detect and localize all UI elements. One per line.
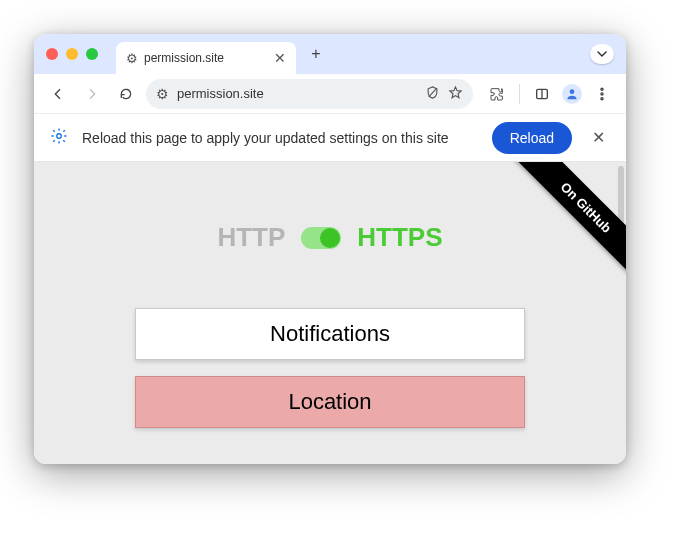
back-button[interactable] [44,80,72,108]
https-label: HTTPS [357,222,442,253]
http-label: HTTP [217,222,285,253]
address-bar[interactable]: ⚙ permission.site [146,79,473,109]
page-viewport: On GitHub HTTP HTTPS Notifications Locat… [34,162,626,464]
location-button[interactable]: Location [135,376,525,428]
puzzle-icon [489,86,505,102]
kebab-icon [594,86,610,102]
svg-point-5 [601,92,603,94]
fullscreen-window-button[interactable] [86,48,98,60]
infobar-message: Reload this page to apply your updated s… [82,130,478,146]
avatar-icon [565,87,579,101]
side-panel-button[interactable] [528,80,556,108]
protocol-toggle[interactable] [301,227,341,249]
extensions-button[interactable] [483,80,511,108]
tab-title: permission.site [144,51,224,65]
infobar-close-button[interactable]: ✕ [586,126,610,150]
permission-buttons: Notifications Location [34,308,626,428]
reload-icon [118,86,134,102]
svg-point-4 [601,88,603,90]
site-settings-tune-icon[interactable]: ⚙ [156,86,169,102]
tab-overflow-button[interactable] [590,44,614,64]
close-window-button[interactable] [46,48,58,60]
svg-point-6 [601,97,603,99]
protocol-toggle-row: HTTP HTTPS [34,222,626,253]
arrow-left-icon [50,86,66,102]
svg-point-3 [570,89,575,94]
browser-tab[interactable]: ⚙ permission.site ✕ [116,42,296,74]
panel-icon [534,86,550,102]
window-controls [46,48,98,60]
menu-button[interactable] [588,80,616,108]
infobar-reload-button[interactable]: Reload [492,122,572,154]
tab-favicon-tune-icon: ⚙ [126,51,138,66]
browser-window: ⚙ permission.site ✕ + ⚙ permission.site [34,34,626,464]
reload-button[interactable] [112,80,140,108]
toolbar: ⚙ permission.site [34,74,626,114]
reload-infobar: Reload this page to apply your updated s… [34,114,626,162]
toolbar-actions [483,80,616,108]
profile-button[interactable] [562,84,582,104]
minimize-window-button[interactable] [66,48,78,60]
svg-point-7 [57,134,62,139]
privacy-shield-icon[interactable] [425,85,440,103]
new-tab-button[interactable]: + [304,42,328,66]
settings-gear-icon [50,127,68,148]
tab-strip: ⚙ permission.site ✕ + [34,34,626,74]
toggle-knob [320,228,340,248]
page-content: HTTP HTTPS Notifications Location [34,162,626,428]
arrow-right-icon [84,86,100,102]
url-text: permission.site [177,86,264,101]
tab-close-button[interactable]: ✕ [274,51,286,65]
chevron-down-icon [597,49,607,59]
separator [519,84,520,104]
notifications-button[interactable]: Notifications [135,308,525,360]
bookmark-star-icon[interactable] [448,85,463,103]
forward-button[interactable] [78,80,106,108]
